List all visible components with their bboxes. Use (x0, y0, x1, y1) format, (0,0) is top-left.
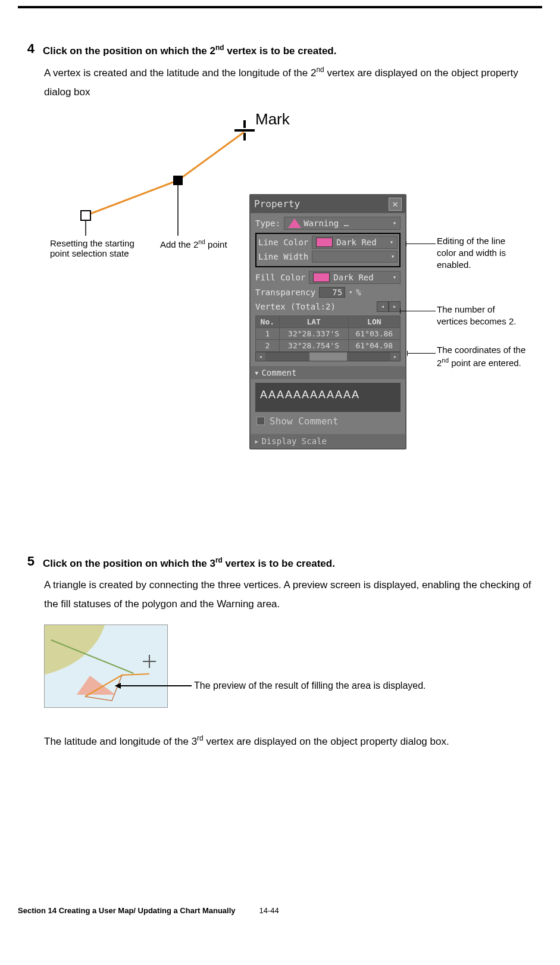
transparency-field[interactable]: 75 (319, 287, 345, 298)
footer-section: Section 14 Creating a User Map/ Updating… (18, 906, 236, 915)
table-header-row: No. LAT LON (256, 316, 401, 327)
vertex-table: No. LAT LON 1 32°28.337'S 61°03.86 2 32°… (255, 316, 401, 352)
table-row[interactable]: 2 32°28.754'S 61°04.98 (256, 339, 401, 351)
superscript: rd (215, 556, 223, 564)
vertex-label: Vertex (Total:2) (255, 302, 336, 311)
footer-page: 14-44 (259, 906, 279, 915)
step-4: 4 Click on the position on which the 2nd… (18, 41, 542, 58)
color-swatch (313, 273, 330, 282)
line-color-label: Line Color (258, 238, 308, 247)
callout-line (400, 311, 436, 311)
col-no: No. (256, 316, 280, 327)
type-dropdown[interactable]: Warning … ▾ (284, 217, 401, 230)
line-width-dropdown[interactable]: ▾ (312, 251, 398, 263)
cell-lat: 32°28.337'S (279, 327, 348, 339)
prev-vertex-button[interactable]: ◂ (377, 301, 389, 312)
show-comment-row[interactable]: Show Comment (255, 412, 401, 430)
dialog-title: Property (254, 198, 300, 210)
horizontal-scrollbar[interactable]: ◂ ▸ (255, 352, 401, 361)
next-vertex-button[interactable]: ▸ (389, 301, 401, 312)
comment-text[interactable]: AAAAAAAAAAAA (255, 383, 401, 412)
svg-line-1 (178, 132, 244, 180)
line-color-dropdown[interactable]: Dark Red▾ (312, 236, 398, 249)
chevron-down-icon: ▾ (391, 253, 395, 260)
text: Click on the position on which the 3 (43, 557, 215, 569)
superscript: nd (198, 238, 205, 245)
step-body: A triangle is created by connecting the … (44, 576, 542, 614)
chevron-down-icon[interactable]: ▾ (349, 289, 352, 295)
fill-color-value: Dark Red (333, 273, 373, 282)
line-color-row: Line Color Dark Red▾ (258, 236, 398, 249)
property-dialog: Property ✕ Type: Warning … ▾ Line Color … (249, 194, 406, 449)
transparency-row: Transparency 75 ▾ % (255, 287, 401, 298)
cell-lat: 32°28.754'S (279, 339, 348, 351)
chevron-down-icon: ▾ (254, 368, 259, 377)
table-row[interactable]: 1 32°28.337'S 61°03.86 (256, 327, 401, 339)
close-button[interactable]: ✕ (389, 198, 402, 211)
svg-line-0 (86, 180, 178, 216)
col-lat: LAT (279, 316, 348, 327)
top-rule (18, 6, 542, 8)
display-scale-label: Display Scale (261, 436, 327, 446)
cell-lon: 61°03.86 (348, 327, 400, 339)
figure-vertex-diagram: Mark Resetting the starting point select… (44, 113, 542, 530)
vertex-row: Vertex (Total:2) ◂ ▸ (255, 301, 401, 312)
text: point are entered. (449, 358, 521, 368)
cell-lon: 61°04.98 (348, 339, 400, 351)
vertex-stepper: ◂ ▸ (377, 301, 401, 312)
type-value: Warning … (304, 218, 349, 228)
display-scale-header[interactable]: ▸Display Scale (251, 434, 405, 448)
text: vertex is to be created. (224, 45, 337, 57)
chevron-right-icon: ▸ (254, 436, 259, 446)
annotation-add-point: Add the 2nd point (160, 238, 227, 249)
callout-line-editing: Editing of the line color and width is e… (437, 235, 526, 271)
fill-color-row: Fill Color Dark Red▾ (255, 271, 401, 284)
text: vertex is to be created. (223, 557, 335, 569)
cursor-icon (143, 655, 156, 668)
dialog-body: Type: Warning … ▾ Line Color Dark Red▾ L… (251, 213, 405, 448)
col-lon: LON (348, 316, 400, 327)
scroll-left-button[interactable]: ◂ (256, 352, 265, 361)
step-number: 5 (18, 554, 35, 571)
transparency-value: 75 (332, 288, 342, 297)
percent-label: % (356, 288, 361, 297)
callout-line (406, 243, 436, 244)
show-comment-label: Show Comment (270, 416, 339, 427)
preview-screen (44, 624, 168, 708)
step-body: A vertex is created and the latitude and… (44, 63, 542, 102)
annotation-reset: Resetting the starting point selection s… (50, 238, 139, 258)
step-5: 5 Click on the position on which the 3rd… (18, 554, 542, 571)
superscript: nd (215, 43, 224, 52)
transparency-label: Transparency (255, 288, 315, 297)
figure-preview: The preview of the result of filling the… (44, 624, 542, 720)
text: point (205, 239, 227, 249)
superscript: nd (316, 65, 324, 74)
text: Click on the position on which the 2 (43, 45, 215, 57)
svg-rect-3 (173, 176, 183, 185)
callout-line (407, 353, 436, 354)
step-title: Click on the position on which the 2nd v… (43, 43, 336, 58)
show-comment-checkbox[interactable] (256, 417, 265, 425)
callout-coordinates: The coordinates of the 2nd point are ent… (437, 344, 526, 370)
line-color-value: Dark Red (336, 238, 376, 247)
superscript: nd (442, 357, 449, 364)
chevron-down-icon: ▾ (393, 274, 396, 280)
scroll-thumb[interactable] (309, 352, 347, 361)
superscript: rd (197, 734, 204, 742)
bottom-paragraph: The latitude and longitude of the 3rd ve… (44, 732, 542, 751)
scroll-right-button[interactable]: ▸ (390, 352, 400, 361)
comment-header-label: Comment (261, 368, 296, 377)
comment-header[interactable]: ▾Comment (251, 366, 405, 379)
step-number: 4 (18, 41, 35, 58)
page-footer: Section 14 Creating a User Map/ Updating… (18, 906, 542, 915)
text: Add the 2 (160, 239, 198, 249)
chevron-down-icon: ▾ (393, 220, 396, 226)
text: A vertex is created and the latitude and… (44, 67, 316, 79)
fill-color-dropdown[interactable]: Dark Red▾ (309, 271, 401, 284)
text: The latitude and longitude of the 3 (44, 736, 197, 747)
scroll-track[interactable] (265, 352, 390, 361)
step-title: Click on the position on which the 3rd v… (43, 555, 335, 571)
type-row: Type: Warning … ▾ (255, 217, 401, 230)
text: vertex are displayed on the object prope… (204, 736, 449, 747)
warning-icon (288, 218, 301, 228)
